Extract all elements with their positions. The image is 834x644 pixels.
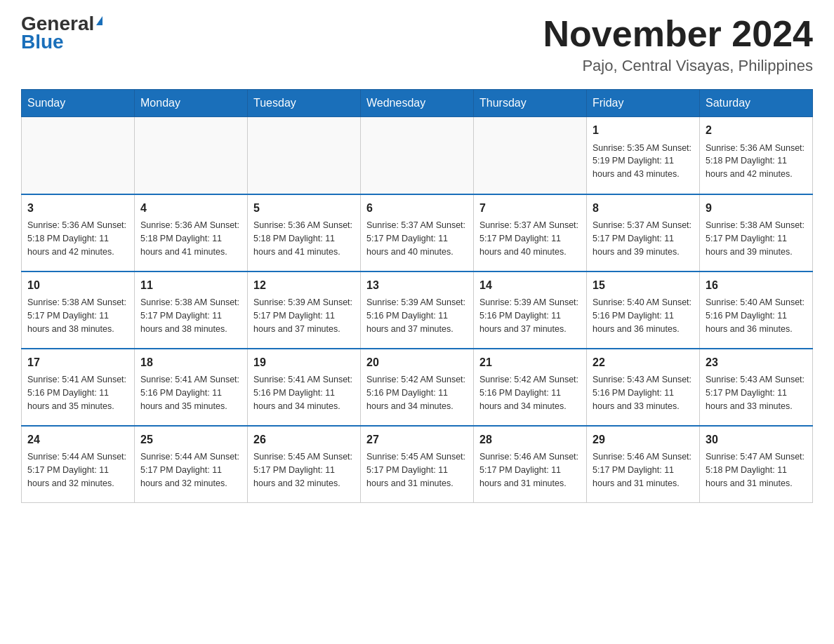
- calendar-day-cell: 15Sunrise: 5:40 AM Sunset: 5:16 PM Dayli…: [587, 271, 700, 349]
- day-of-week-header: Wednesday: [361, 90, 474, 117]
- calendar-day-cell: 18Sunrise: 5:41 AM Sunset: 5:16 PM Dayli…: [135, 349, 248, 426]
- day-info: Sunrise: 5:35 AM Sunset: 5:19 PM Dayligh…: [593, 142, 694, 181]
- day-number: 14: [479, 278, 581, 293]
- calendar-week-row: 24Sunrise: 5:44 AM Sunset: 5:17 PM Dayli…: [22, 426, 813, 503]
- calendar-day-cell: 17Sunrise: 5:41 AM Sunset: 5:16 PM Dayli…: [22, 349, 135, 426]
- day-info: Sunrise: 5:38 AM Sunset: 5:17 PM Dayligh…: [706, 219, 807, 258]
- calendar-day-cell: 13Sunrise: 5:39 AM Sunset: 5:16 PM Dayli…: [361, 271, 474, 349]
- day-info: Sunrise: 5:39 AM Sunset: 5:17 PM Dayligh…: [253, 296, 355, 335]
- calendar-day-cell: 22Sunrise: 5:43 AM Sunset: 5:16 PM Dayli…: [587, 349, 700, 426]
- day-info: Sunrise: 5:43 AM Sunset: 5:16 PM Dayligh…: [593, 373, 694, 412]
- day-info: Sunrise: 5:37 AM Sunset: 5:17 PM Dayligh…: [366, 219, 468, 258]
- logo-blue-text: Blue: [21, 31, 64, 53]
- calendar-day-cell: 11Sunrise: 5:38 AM Sunset: 5:17 PM Dayli…: [135, 271, 248, 349]
- day-of-week-header: Thursday: [474, 90, 587, 117]
- day-number: 28: [479, 432, 581, 448]
- day-info: Sunrise: 5:41 AM Sunset: 5:16 PM Dayligh…: [140, 373, 241, 412]
- day-number: 12: [253, 278, 355, 293]
- calendar-day-cell: 10Sunrise: 5:38 AM Sunset: 5:17 PM Dayli…: [22, 271, 135, 349]
- calendar-day-cell: [361, 117, 474, 194]
- day-info: Sunrise: 5:42 AM Sunset: 5:16 PM Dayligh…: [479, 373, 581, 412]
- calendar-day-cell: [248, 117, 361, 194]
- day-number: 20: [366, 355, 468, 370]
- calendar-day-cell: 4Sunrise: 5:36 AM Sunset: 5:18 PM Daylig…: [135, 194, 248, 271]
- day-number: 13: [366, 278, 468, 293]
- day-info: Sunrise: 5:36 AM Sunset: 5:18 PM Dayligh…: [253, 219, 355, 258]
- day-of-week-header: Saturday: [700, 90, 813, 117]
- calendar-week-row: 3Sunrise: 5:36 AM Sunset: 5:18 PM Daylig…: [22, 194, 813, 271]
- day-info: Sunrise: 5:43 AM Sunset: 5:17 PM Dayligh…: [706, 373, 807, 412]
- calendar-day-cell: [135, 117, 248, 194]
- logo: General Blue: [21, 14, 102, 53]
- calendar-day-cell: [474, 117, 587, 194]
- day-info: Sunrise: 5:40 AM Sunset: 5:16 PM Dayligh…: [706, 296, 807, 335]
- calendar-day-cell: 30Sunrise: 5:47 AM Sunset: 5:18 PM Dayli…: [700, 426, 813, 503]
- day-of-week-header: Monday: [135, 90, 248, 117]
- day-number: 9: [706, 201, 807, 216]
- calendar-week-row: 17Sunrise: 5:41 AM Sunset: 5:16 PM Dayli…: [22, 349, 813, 426]
- day-number: 19: [253, 355, 355, 370]
- day-number: 25: [140, 432, 241, 448]
- calendar-day-cell: 16Sunrise: 5:40 AM Sunset: 5:16 PM Dayli…: [700, 271, 813, 349]
- calendar-day-cell: 21Sunrise: 5:42 AM Sunset: 5:16 PM Dayli…: [474, 349, 587, 426]
- day-info: Sunrise: 5:39 AM Sunset: 5:16 PM Dayligh…: [366, 296, 468, 335]
- calendar-day-cell: 6Sunrise: 5:37 AM Sunset: 5:17 PM Daylig…: [361, 194, 474, 271]
- day-number: 29: [593, 432, 694, 448]
- day-number: 4: [140, 201, 241, 216]
- day-info: Sunrise: 5:45 AM Sunset: 5:17 PM Dayligh…: [253, 450, 355, 490]
- calendar-day-cell: 23Sunrise: 5:43 AM Sunset: 5:17 PM Dayli…: [700, 349, 813, 426]
- calendar-day-cell: 7Sunrise: 5:37 AM Sunset: 5:17 PM Daylig…: [474, 194, 587, 271]
- day-number: 5: [253, 201, 355, 216]
- day-of-week-header: Tuesday: [248, 90, 361, 117]
- day-info: Sunrise: 5:46 AM Sunset: 5:17 PM Dayligh…: [479, 450, 581, 490]
- day-info: Sunrise: 5:44 AM Sunset: 5:17 PM Dayligh…: [27, 450, 128, 490]
- day-number: 16: [706, 278, 807, 293]
- calendar-day-cell: 8Sunrise: 5:37 AM Sunset: 5:17 PM Daylig…: [587, 194, 700, 271]
- day-info: Sunrise: 5:45 AM Sunset: 5:17 PM Dayligh…: [366, 450, 468, 490]
- day-info: Sunrise: 5:36 AM Sunset: 5:18 PM Dayligh…: [140, 219, 241, 258]
- day-info: Sunrise: 5:36 AM Sunset: 5:18 PM Dayligh…: [706, 142, 807, 181]
- calendar-day-cell: 26Sunrise: 5:45 AM Sunset: 5:17 PM Dayli…: [248, 426, 361, 503]
- calendar-day-cell: [22, 117, 135, 194]
- calendar-day-cell: 1Sunrise: 5:35 AM Sunset: 5:19 PM Daylig…: [587, 117, 700, 194]
- calendar-week-row: 10Sunrise: 5:38 AM Sunset: 5:17 PM Dayli…: [22, 271, 813, 349]
- day-info: Sunrise: 5:47 AM Sunset: 5:18 PM Dayligh…: [706, 450, 807, 490]
- calendar-day-cell: 29Sunrise: 5:46 AM Sunset: 5:17 PM Dayli…: [587, 426, 700, 503]
- calendar-day-cell: 25Sunrise: 5:44 AM Sunset: 5:17 PM Dayli…: [135, 426, 248, 503]
- day-of-week-header: Friday: [587, 90, 700, 117]
- calendar-day-cell: 24Sunrise: 5:44 AM Sunset: 5:17 PM Dayli…: [22, 426, 135, 503]
- calendar-day-cell: 20Sunrise: 5:42 AM Sunset: 5:16 PM Dayli…: [361, 349, 474, 426]
- page-header: General Blue November 2024 Pajo, Central…: [21, 14, 813, 75]
- day-info: Sunrise: 5:41 AM Sunset: 5:16 PM Dayligh…: [253, 373, 355, 412]
- day-number: 7: [479, 201, 581, 216]
- day-number: 15: [593, 278, 694, 293]
- calendar-day-cell: 9Sunrise: 5:38 AM Sunset: 5:17 PM Daylig…: [700, 194, 813, 271]
- day-number: 24: [27, 432, 128, 448]
- day-number: 17: [27, 355, 128, 370]
- day-info: Sunrise: 5:40 AM Sunset: 5:16 PM Dayligh…: [593, 296, 694, 335]
- title-block: November 2024 Pajo, Central Visayas, Phi…: [543, 14, 813, 75]
- day-info: Sunrise: 5:37 AM Sunset: 5:17 PM Dayligh…: [593, 219, 694, 258]
- calendar-day-cell: 5Sunrise: 5:36 AM Sunset: 5:18 PM Daylig…: [248, 194, 361, 271]
- day-info: Sunrise: 5:38 AM Sunset: 5:17 PM Dayligh…: [27, 296, 128, 335]
- day-number: 8: [593, 201, 694, 216]
- day-info: Sunrise: 5:44 AM Sunset: 5:17 PM Dayligh…: [140, 450, 241, 490]
- calendar-day-cell: 2Sunrise: 5:36 AM Sunset: 5:18 PM Daylig…: [700, 117, 813, 194]
- day-number: 3: [27, 201, 128, 216]
- calendar-day-cell: 19Sunrise: 5:41 AM Sunset: 5:16 PM Dayli…: [248, 349, 361, 426]
- day-info: Sunrise: 5:38 AM Sunset: 5:17 PM Dayligh…: [140, 296, 241, 335]
- day-info: Sunrise: 5:36 AM Sunset: 5:18 PM Dayligh…: [27, 219, 128, 258]
- day-number: 10: [27, 278, 128, 293]
- day-number: 23: [706, 355, 807, 370]
- day-number: 21: [479, 355, 581, 370]
- calendar-subtitle: Pajo, Central Visayas, Philippines: [543, 57, 813, 75]
- day-number: 11: [140, 278, 241, 293]
- day-of-week-header: Sunday: [22, 90, 135, 117]
- day-number: 22: [593, 355, 694, 370]
- calendar-day-cell: 28Sunrise: 5:46 AM Sunset: 5:17 PM Dayli…: [474, 426, 587, 503]
- calendar-title: November 2024: [543, 14, 813, 54]
- calendar-week-row: 1Sunrise: 5:35 AM Sunset: 5:19 PM Daylig…: [22, 117, 813, 194]
- day-info: Sunrise: 5:42 AM Sunset: 5:16 PM Dayligh…: [366, 373, 468, 412]
- day-info: Sunrise: 5:41 AM Sunset: 5:16 PM Dayligh…: [27, 373, 128, 412]
- calendar-table: SundayMondayTuesdayWednesdayThursdayFrid…: [21, 89, 813, 503]
